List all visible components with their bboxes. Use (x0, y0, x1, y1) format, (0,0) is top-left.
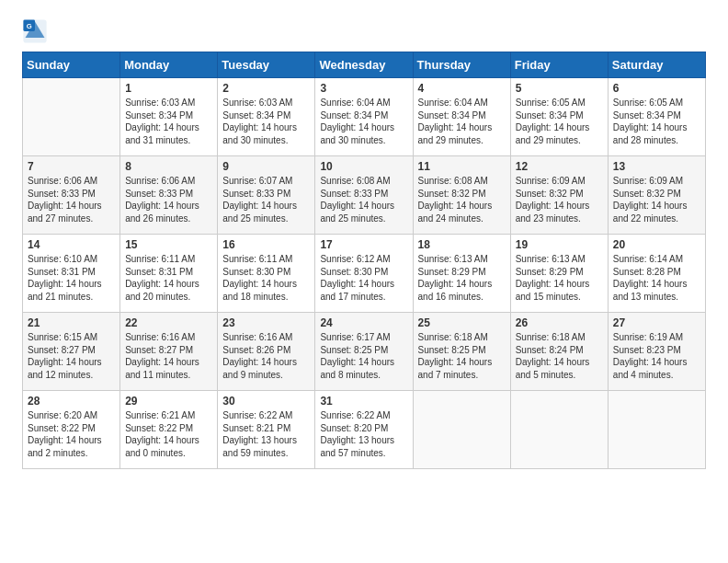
day-number: 29 (125, 395, 212, 408)
day-number: 1 (125, 82, 212, 95)
day-info: Sunrise: 6:20 AM Sunset: 8:22 PM Dayligh… (28, 409, 115, 459)
calendar-cell (510, 391, 608, 469)
day-info: Sunrise: 6:08 AM Sunset: 8:33 PM Dayligh… (320, 175, 407, 224)
calendar-cell (413, 391, 510, 469)
day-number: 18 (418, 238, 506, 251)
calendar-cell: 5Sunrise: 6:05 AM Sunset: 8:34 PM Daylig… (510, 78, 608, 156)
calendar-cell: 10Sunrise: 6:08 AM Sunset: 8:33 PM Dayli… (315, 156, 413, 235)
calendar-cell: 24Sunrise: 6:17 AM Sunset: 8:25 PM Dayli… (315, 313, 413, 391)
day-info: Sunrise: 6:08 AM Sunset: 8:32 PM Dayligh… (418, 175, 506, 224)
day-info: Sunrise: 6:19 AM Sunset: 8:23 PM Dayligh… (613, 331, 700, 381)
day-info: Sunrise: 6:04 AM Sunset: 8:34 PM Dayligh… (418, 97, 506, 146)
calendar-week-5: 28Sunrise: 6:20 AM Sunset: 8:22 PM Dayli… (23, 391, 706, 469)
day-info: Sunrise: 6:13 AM Sunset: 8:29 PM Dayligh… (516, 253, 603, 303)
day-number: 5 (516, 82, 603, 95)
calendar-cell: 27Sunrise: 6:19 AM Sunset: 8:23 PM Dayli… (608, 313, 705, 391)
calendar-week-1: 1Sunrise: 6:03 AM Sunset: 8:34 PM Daylig… (23, 78, 706, 156)
day-info: Sunrise: 6:03 AM Sunset: 8:34 PM Dayligh… (125, 97, 212, 146)
day-number: 6 (613, 82, 700, 95)
day-info: Sunrise: 6:21 AM Sunset: 8:22 PM Dayligh… (125, 409, 212, 459)
day-number: 8 (125, 160, 212, 173)
logo: G (22, 18, 51, 44)
calendar-cell: 16Sunrise: 6:11 AM Sunset: 8:30 PM Dayli… (218, 235, 315, 313)
calendar-cell: 2Sunrise: 6:03 AM Sunset: 8:34 PM Daylig… (218, 78, 315, 156)
day-number: 16 (222, 238, 310, 251)
day-number: 22 (125, 316, 212, 329)
weekday-header-sunday: Sunday (23, 52, 120, 78)
calendar-cell: 22Sunrise: 6:16 AM Sunset: 8:27 PM Dayli… (120, 313, 218, 391)
calendar-cell: 1Sunrise: 6:03 AM Sunset: 8:34 PM Daylig… (120, 78, 218, 156)
calendar-table: SundayMondayTuesdayWednesdayThursdayFrid… (22, 52, 706, 469)
calendar-cell: 11Sunrise: 6:08 AM Sunset: 8:32 PM Dayli… (413, 156, 510, 235)
day-number: 23 (222, 316, 310, 329)
day-info: Sunrise: 6:16 AM Sunset: 8:26 PM Dayligh… (222, 331, 310, 381)
calendar-cell: 15Sunrise: 6:11 AM Sunset: 8:31 PM Dayli… (120, 235, 218, 313)
calendar-week-2: 7Sunrise: 6:06 AM Sunset: 8:33 PM Daylig… (23, 156, 706, 235)
calendar-cell: 12Sunrise: 6:09 AM Sunset: 8:32 PM Dayli… (510, 156, 608, 235)
day-info: Sunrise: 6:17 AM Sunset: 8:25 PM Dayligh… (320, 331, 407, 381)
weekday-header-saturday: Saturday (608, 52, 705, 78)
day-info: Sunrise: 6:16 AM Sunset: 8:27 PM Dayligh… (125, 331, 212, 381)
day-number: 25 (418, 316, 506, 329)
calendar-cell: 21Sunrise: 6:15 AM Sunset: 8:27 PM Dayli… (23, 313, 120, 391)
calendar-cell: 18Sunrise: 6:13 AM Sunset: 8:29 PM Dayli… (413, 235, 510, 313)
calendar-body: 1Sunrise: 6:03 AM Sunset: 8:34 PM Daylig… (23, 78, 706, 469)
day-number: 3 (320, 82, 407, 95)
day-number: 15 (125, 238, 212, 251)
day-info: Sunrise: 6:06 AM Sunset: 8:33 PM Dayligh… (125, 175, 212, 224)
calendar-cell (608, 391, 705, 469)
day-number: 14 (28, 238, 115, 251)
day-number: 17 (320, 238, 407, 251)
calendar-cell: 23Sunrise: 6:16 AM Sunset: 8:26 PM Dayli… (218, 313, 315, 391)
weekday-header-row: SundayMondayTuesdayWednesdayThursdayFrid… (23, 52, 706, 78)
day-info: Sunrise: 6:11 AM Sunset: 8:30 PM Dayligh… (222, 253, 310, 303)
day-number: 27 (613, 316, 700, 329)
day-number: 12 (516, 160, 603, 173)
day-number: 4 (418, 82, 506, 95)
day-info: Sunrise: 6:04 AM Sunset: 8:34 PM Dayligh… (320, 97, 407, 146)
calendar-cell: 20Sunrise: 6:14 AM Sunset: 8:28 PM Dayli… (608, 235, 705, 313)
page-header: G (22, 18, 706, 44)
calendar-cell: 14Sunrise: 6:10 AM Sunset: 8:31 PM Dayli… (23, 235, 120, 313)
day-number: 26 (516, 316, 603, 329)
day-info: Sunrise: 6:12 AM Sunset: 8:30 PM Dayligh… (320, 253, 407, 303)
calendar-cell: 17Sunrise: 6:12 AM Sunset: 8:30 PM Dayli… (315, 235, 413, 313)
day-number: 7 (28, 160, 115, 173)
calendar-cell (23, 78, 120, 156)
day-number: 2 (222, 82, 310, 95)
day-info: Sunrise: 6:11 AM Sunset: 8:31 PM Dayligh… (125, 253, 212, 303)
day-number: 19 (516, 238, 603, 251)
calendar-cell: 4Sunrise: 6:04 AM Sunset: 8:34 PM Daylig… (413, 78, 510, 156)
day-info: Sunrise: 6:18 AM Sunset: 8:24 PM Dayligh… (516, 331, 603, 381)
day-info: Sunrise: 6:09 AM Sunset: 8:32 PM Dayligh… (516, 175, 603, 224)
calendar-cell: 7Sunrise: 6:06 AM Sunset: 8:33 PM Daylig… (23, 156, 120, 235)
calendar-cell: 9Sunrise: 6:07 AM Sunset: 8:33 PM Daylig… (218, 156, 315, 235)
day-info: Sunrise: 6:14 AM Sunset: 8:28 PM Dayligh… (613, 253, 700, 303)
calendar-cell: 3Sunrise: 6:04 AM Sunset: 8:34 PM Daylig… (315, 78, 413, 156)
calendar-cell: 8Sunrise: 6:06 AM Sunset: 8:33 PM Daylig… (120, 156, 218, 235)
calendar-cell: 6Sunrise: 6:05 AM Sunset: 8:34 PM Daylig… (608, 78, 705, 156)
day-number: 9 (222, 160, 310, 173)
logo-icon: G (22, 18, 48, 44)
calendar-cell: 29Sunrise: 6:21 AM Sunset: 8:22 PM Dayli… (120, 391, 218, 469)
day-info: Sunrise: 6:18 AM Sunset: 8:25 PM Dayligh… (418, 331, 506, 381)
day-info: Sunrise: 6:15 AM Sunset: 8:27 PM Dayligh… (28, 331, 115, 381)
calendar-cell: 25Sunrise: 6:18 AM Sunset: 8:25 PM Dayli… (413, 313, 510, 391)
day-info: Sunrise: 6:05 AM Sunset: 8:34 PM Dayligh… (613, 97, 700, 146)
calendar-week-4: 21Sunrise: 6:15 AM Sunset: 8:27 PM Dayli… (23, 313, 706, 391)
day-number: 11 (418, 160, 506, 173)
day-info: Sunrise: 6:22 AM Sunset: 8:21 PM Dayligh… (222, 409, 310, 459)
day-number: 21 (28, 316, 115, 329)
weekday-header-tuesday: Tuesday (218, 52, 315, 78)
weekday-header-friday: Friday (510, 52, 608, 78)
calendar-cell: 31Sunrise: 6:22 AM Sunset: 8:20 PM Dayli… (315, 391, 413, 469)
day-info: Sunrise: 6:22 AM Sunset: 8:20 PM Dayligh… (320, 409, 407, 459)
day-info: Sunrise: 6:03 AM Sunset: 8:34 PM Dayligh… (222, 97, 310, 146)
day-info: Sunrise: 6:09 AM Sunset: 8:32 PM Dayligh… (613, 175, 700, 224)
day-info: Sunrise: 6:13 AM Sunset: 8:29 PM Dayligh… (418, 253, 506, 303)
day-info: Sunrise: 6:10 AM Sunset: 8:31 PM Dayligh… (28, 253, 115, 303)
calendar-cell: 26Sunrise: 6:18 AM Sunset: 8:24 PM Dayli… (510, 313, 608, 391)
weekday-header-thursday: Thursday (413, 52, 510, 78)
day-number: 20 (613, 238, 700, 251)
calendar-cell: 28Sunrise: 6:20 AM Sunset: 8:22 PM Dayli… (23, 391, 120, 469)
